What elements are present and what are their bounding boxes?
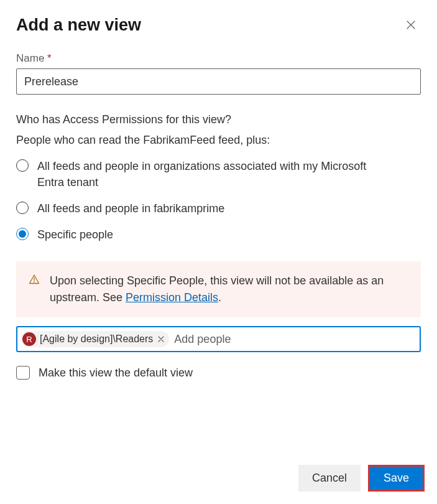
dialog-footer: Cancel Save [298,465,425,492]
radio-circle[interactable] [16,159,29,172]
radio-option-fabrikamprime[interactable]: All feeds and people in fabrikamprime [16,200,421,217]
info-text: Upon selecting Specific People, this vie… [50,273,408,306]
avatar: R [22,332,36,346]
warning-icon [29,274,40,306]
chip-remove-button[interactable] [158,334,164,344]
save-button[interactable]: Save [370,467,423,490]
dialog-header: Add a new view [16,15,421,35]
cancel-button[interactable]: Cancel [298,465,361,492]
radio-label: All feeds and people in organizations as… [37,158,379,190]
radio-label: Specific people [37,226,113,243]
permissions-radio-group: All feeds and people in organizations as… [16,158,421,243]
info-text-trailing: . [218,291,221,304]
warning-info-box: Upon selecting Specific People, this vie… [16,261,421,317]
radio-circle[interactable] [16,202,29,214]
required-indicator: * [47,52,52,64]
chip-label: [Agile by design]\Readers [40,334,153,345]
permission-details-link[interactable]: Permission Details [126,291,218,304]
name-label-text: Name [16,52,44,64]
close-button[interactable] [401,15,421,35]
people-chip: R [Agile by design]\Readers [21,331,169,347]
default-view-checkbox[interactable] [16,366,30,380]
save-button-highlight: Save [368,465,425,492]
people-input[interactable] [173,330,416,348]
radio-option-specific[interactable]: Specific people [16,226,421,243]
close-icon [407,21,415,29]
radio-label: All feeds and people in fabrikamprime [37,200,224,217]
permissions-question: Who has Access Permissions for this view… [16,113,421,126]
svg-point-1 [34,282,35,283]
radio-option-entra[interactable]: All feeds and people in organizations as… [16,158,421,190]
name-label: Name * [16,52,421,65]
close-icon [158,336,164,342]
default-view-row[interactable]: Make this view the default view [16,366,421,380]
people-picker[interactable]: R [Agile by design]\Readers [16,326,421,352]
name-input[interactable] [16,68,421,95]
default-view-label: Make this view the default view [39,366,193,380]
permissions-subtext: People who can read the FabrikamFeed fee… [16,134,421,147]
dialog-title: Add a new view [16,16,141,35]
radio-circle[interactable] [16,228,29,240]
